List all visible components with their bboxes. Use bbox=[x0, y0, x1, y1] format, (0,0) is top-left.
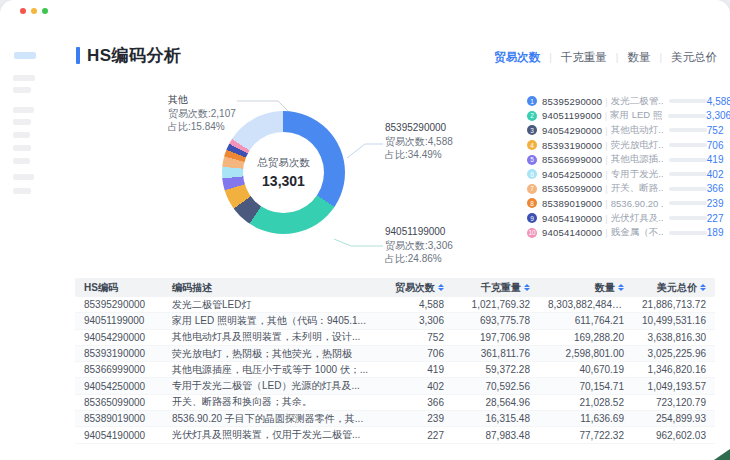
sidebar-skeleton-bar[interactable] bbox=[13, 174, 34, 180]
rank-progress-track bbox=[669, 158, 707, 162]
rank-description: 8536.90.20 ... bbox=[611, 198, 663, 209]
column-label: HS编码 bbox=[84, 281, 118, 295]
rank-progress-track bbox=[669, 128, 707, 132]
table-column-header[interactable]: 千克重量 bbox=[453, 281, 539, 295]
ranking-row[interactable]: 10 94054140000 | 贱金属（不... 189 bbox=[527, 225, 719, 240]
table-row[interactable]: 853890190008536.90.20 子目下的晶圆探测器零件，其...23… bbox=[75, 411, 715, 427]
table-cell: 402 bbox=[379, 381, 453, 392]
ranking-row[interactable]: 7 85365099000 | 开关、断路... 366 bbox=[527, 182, 719, 197]
table-row[interactable]: 94054190000光伏灯具及照明装置，仅用于发光二极管...22787,98… bbox=[75, 427, 715, 443]
sort-icon[interactable] bbox=[438, 284, 444, 291]
table-cell: 85389019000 bbox=[75, 413, 163, 424]
table-column-header[interactable]: 美元总价 bbox=[633, 281, 715, 295]
column-label: 美元总价 bbox=[657, 281, 697, 295]
title-accent-bar bbox=[76, 47, 80, 64]
ranking-row[interactable]: 4 85393190000 | 荧光放电灯... 706 bbox=[527, 138, 719, 153]
table-cell: 8,303,882,484.00 bbox=[539, 299, 633, 310]
rank-progress-track bbox=[668, 114, 706, 118]
rank-description: 开关、断路... bbox=[611, 182, 663, 195]
table-column-header[interactable]: HS编码 bbox=[75, 281, 163, 295]
table-cell: 8536.90.20 子目下的晶圆探测器零件，其... bbox=[163, 412, 379, 426]
table-cell: 723,120.79 bbox=[633, 397, 715, 408]
column-label: 千克重量 bbox=[481, 281, 521, 295]
callout-code: 85395290000 bbox=[385, 121, 453, 135]
rank-description: 光伏灯具及... bbox=[611, 212, 663, 225]
callout-count: 贸易次数:3,306 bbox=[385, 239, 453, 253]
column-label: 数量 bbox=[595, 281, 615, 295]
table-cell: 28,564.96 bbox=[453, 397, 539, 408]
table-cell: 361,811.76 bbox=[453, 348, 539, 359]
column-label: 贸易次数 bbox=[395, 281, 435, 295]
ranking-row[interactable]: 2 94051199000 | 家用 LED 照... 3,306 bbox=[527, 109, 719, 124]
table-column-header[interactable]: 贸易次数 bbox=[379, 281, 453, 295]
table-cell: 59,372.28 bbox=[453, 364, 539, 375]
table-row[interactable]: 94054250000专用于发光二极管（LED）光源的灯具及...40270,5… bbox=[75, 378, 715, 394]
ranking-row[interactable]: 3 94054290000 | 其他电动灯... 752 bbox=[527, 123, 719, 138]
table-cell: 227 bbox=[379, 430, 453, 441]
sidebar-active-item[interactable] bbox=[14, 52, 36, 59]
table-cell: 169,288.20 bbox=[539, 332, 633, 343]
minimize-button[interactable] bbox=[31, 8, 37, 14]
table-row[interactable]: 94051199000家用 LED 照明装置，其他（代码：9405.1...3,… bbox=[75, 313, 715, 329]
sort-icon[interactable] bbox=[700, 284, 706, 291]
rank-number-badge: 1 bbox=[527, 96, 537, 106]
table-cell: 3,025,225.96 bbox=[633, 348, 715, 359]
rank-progress-track bbox=[669, 99, 707, 103]
callout-top-slice: 85395290000 贸易次数:4,588 占比:34.49% bbox=[385, 121, 453, 162]
table-cell: 70,154.71 bbox=[539, 381, 633, 392]
table-row[interactable]: 85395290000发光二极管LED灯4,5881,021,769.328,3… bbox=[75, 297, 715, 313]
table-cell: 10,499,531.16 bbox=[633, 315, 715, 326]
rank-description: 贱金属（不... bbox=[611, 226, 663, 239]
table-row[interactable]: 85393190000荧光放电灯，热阴极；其他荧光，热阴极706361,811.… bbox=[75, 346, 715, 362]
rank-number-badge: 10 bbox=[527, 228, 537, 238]
sort-icon[interactable] bbox=[524, 284, 530, 291]
rank-value: 3,306 bbox=[706, 110, 730, 121]
sidebar-skeleton-bar[interactable] bbox=[13, 107, 34, 113]
sidebar-skeleton-bar[interactable] bbox=[13, 145, 31, 151]
rank-progress-track bbox=[669, 231, 707, 235]
table-column-header[interactable]: 编码描述 bbox=[163, 281, 379, 295]
rank-value: 227 bbox=[707, 213, 724, 224]
table-cell: 1,049,193.57 bbox=[633, 381, 715, 392]
sidebar-skeleton-bar[interactable] bbox=[13, 75, 35, 81]
metric-tab[interactable]: 千克重量 bbox=[561, 50, 607, 65]
maximize-button[interactable] bbox=[42, 8, 48, 14]
table-cell: 94054190000 bbox=[75, 430, 163, 441]
sidebar-skeleton-bar[interactable] bbox=[13, 87, 31, 93]
ranking-row[interactable]: 6 94054250000 | 专用于发光... 402 bbox=[527, 167, 719, 182]
table-cell: 其他电动灯具及照明装置，未列明，设计... bbox=[163, 330, 379, 344]
metric-tab[interactable]: 贸易次数 bbox=[494, 50, 540, 65]
table-cell: 1,021,769.32 bbox=[453, 299, 539, 310]
rank-description: 荧光放电灯... bbox=[611, 139, 663, 152]
ranking-row[interactable]: 9 94054190000 | 光伏灯具及... 227 bbox=[527, 211, 719, 226]
page-title: HS编码分析 bbox=[87, 44, 182, 67]
table-cell: 94051199000 bbox=[75, 315, 163, 326]
sidebar-skeleton-bar[interactable] bbox=[13, 188, 31, 194]
rank-separator: | bbox=[605, 125, 607, 136]
metric-tab[interactable]: 美元总价 bbox=[671, 50, 717, 65]
sidebar-skeleton-bar[interactable] bbox=[13, 132, 30, 138]
sort-icon[interactable] bbox=[618, 284, 624, 291]
table-cell: 其他电源插座，电压小于或等于 1000 伏；... bbox=[163, 363, 379, 377]
rank-code: 94054190000 bbox=[542, 213, 602, 224]
close-button[interactable] bbox=[20, 8, 26, 14]
tab-separator: | bbox=[549, 52, 552, 63]
rank-number-badge: 9 bbox=[527, 213, 537, 223]
callout-percent: 占比:15.84% bbox=[168, 120, 236, 134]
rank-code: 85366999000 bbox=[542, 154, 602, 165]
rank-progress-track bbox=[669, 143, 707, 147]
ranking-row[interactable]: 5 85366999000 | 其他电源插... 419 bbox=[527, 152, 719, 167]
ranking-row[interactable]: 1 85395290000 | 发光二极管... 4,588 bbox=[527, 94, 719, 109]
table-row[interactable]: 85366999000其他电源插座，电压小于或等于 1000 伏；...4195… bbox=[75, 362, 715, 378]
sidebar-skeleton-bar[interactable] bbox=[13, 119, 31, 125]
table-cell: 77,722.32 bbox=[539, 430, 633, 441]
callout-code: 94051199000 bbox=[385, 225, 453, 239]
table-row[interactable]: 94054290000其他电动灯具及照明装置，未列明，设计...752197,7… bbox=[75, 330, 715, 346]
rank-code: 85389019000 bbox=[542, 198, 602, 209]
table-column-header[interactable]: 数量 bbox=[539, 281, 633, 295]
metric-tab[interactable]: 数量 bbox=[627, 50, 650, 65]
callout-percent: 占比:34.49% bbox=[385, 148, 453, 162]
ranking-row[interactable]: 8 85389019000 | 8536.90.20 ... 239 bbox=[527, 196, 719, 211]
table-row[interactable]: 85365099000开关、断路器和换向器；其余。36628,564.9621,… bbox=[75, 395, 715, 411]
sidebar-skeleton-bar[interactable] bbox=[13, 158, 30, 164]
